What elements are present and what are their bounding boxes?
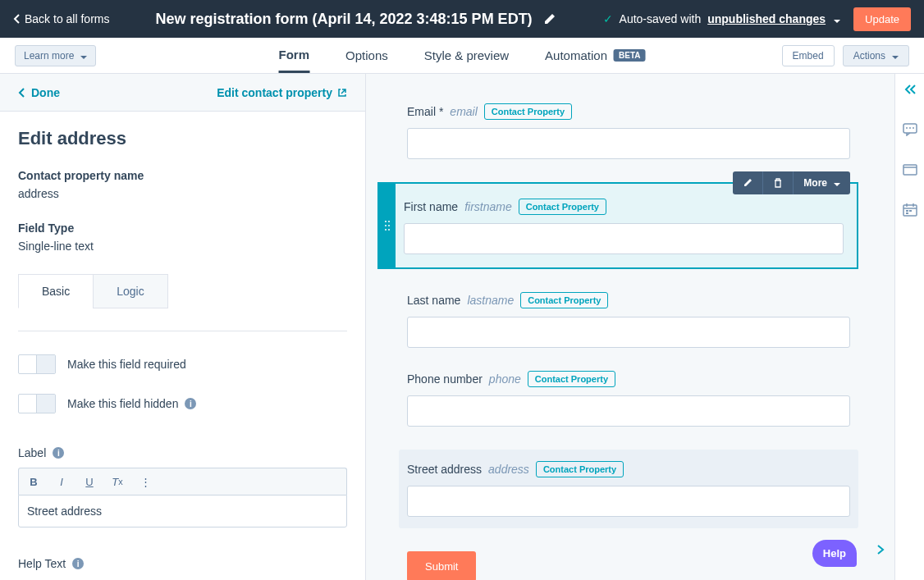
svg-point-4 [385,229,387,231]
edit-contact-property-link[interactable]: Edit contact property [217,86,347,99]
learn-more-button[interactable]: Learn more [15,45,96,66]
done-link[interactable]: Done [18,86,60,99]
chevron-right-icon [876,544,885,555]
caret-down-icon [79,50,87,62]
field-label: Last name [407,294,460,307]
back-to-forms-link[interactable]: Back to all forms [13,12,109,25]
svg-point-9 [913,127,914,129]
insert-button[interactable]: ⋮ [139,475,152,488]
label-input[interactable] [18,495,347,527]
property-name-value: address [18,187,347,200]
form-field-address[interactable]: Street address address Contact Property [399,450,858,528]
field-internal-name: lastname [467,294,514,307]
submit-button[interactable]: Submit [407,551,476,580]
field-input[interactable] [407,395,850,427]
contact-property-badge: Contact Property [519,199,606,215]
field-input[interactable] [407,317,850,348]
svg-rect-17 [909,210,912,212]
field-actions-toolbar: More [733,171,850,194]
more-field-button[interactable]: More [794,171,850,194]
field-internal-name: address [488,463,529,476]
svg-point-1 [388,221,390,222]
external-link-icon [337,88,347,98]
update-button[interactable]: Update [853,7,911,31]
tab-style-preview[interactable]: Style & preview [424,38,509,73]
field-input[interactable] [407,486,850,517]
caret-down-icon [890,50,899,62]
form-field-phone[interactable]: Phone number phone Contact Property [407,371,850,427]
toggle-required-label: Make this field required [67,358,186,371]
info-icon[interactable]: i [53,447,64,459]
rte-toolbar: B I U Tx ⋮ [18,468,347,495]
field-internal-name: email [450,105,477,118]
chat-icon[interactable] [903,123,917,139]
edit-field-button[interactable] [733,171,763,194]
field-input[interactable] [404,223,844,254]
page-title: New registration form (April 14, 2022 3:… [155,11,532,28]
autosave-status[interactable]: ✓ Auto-saved with unpublished changes [603,12,841,25]
bold-button[interactable]: B [27,475,40,488]
form-field-firstname[interactable]: More First name firstname Contact Proper… [377,182,858,269]
window-icon[interactable] [903,164,917,179]
learn-more-label: Learn more [24,50,74,62]
edit-property-label: Edit contact property [217,86,332,99]
chevron-left-icon [18,88,25,98]
field-label: First name [404,200,458,213]
back-label: Back to all forms [25,12,109,25]
clear-format-button[interactable]: Tx [111,475,124,488]
contact-property-badge: Contact Property [484,103,572,120]
help-text-section-heading: Help Text i [18,557,347,570]
help-button[interactable]: Help [812,540,857,567]
beta-badge: BETA [614,49,645,62]
italic-button[interactable]: I [55,475,68,488]
pencil-icon [743,178,752,188]
field-internal-name: phone [489,372,521,386]
embed-button[interactable]: Embed [782,45,835,66]
caret-down-icon [832,12,840,25]
autosave-link: unpublished changes [707,12,826,25]
svg-point-5 [388,229,390,231]
field-label: Street address [407,463,482,476]
svg-rect-18 [906,212,908,214]
toggle-hidden[interactable] [18,394,56,413]
field-label: Phone number [407,372,483,386]
toggle-hidden-label: Make this field hidden i [67,397,196,410]
contact-property-badge: Contact Property [520,292,608,308]
field-label: Email * [407,105,443,118]
field-type-label: Field Type [18,221,347,235]
done-label: Done [31,86,60,99]
tab-logic[interactable]: Logic [93,274,167,308]
trash-icon [773,178,783,188]
form-field-lastname[interactable]: Last name lastname Contact Property [407,292,850,348]
info-icon[interactable]: i [72,558,84,569]
actions-label: Actions [853,50,885,62]
tab-basic[interactable]: Basic [18,274,93,308]
panel-title: Edit address [18,128,347,149]
delete-field-button[interactable] [763,171,794,194]
contact-property-badge: Contact Property [528,371,615,387]
check-icon: ✓ [603,12,613,25]
tab-form[interactable]: Form [279,38,310,73]
svg-point-7 [906,127,908,129]
actions-button[interactable]: Actions [843,45,909,66]
drag-handle[interactable] [379,184,396,267]
field-input[interactable] [407,128,850,159]
pencil-icon[interactable] [544,13,556,25]
chevron-left-icon [13,14,20,24]
contact-property-badge: Contact Property [536,461,624,477]
toggle-required[interactable] [18,354,56,374]
property-name-label: Contact property name [18,169,347,182]
caret-down-icon [832,177,840,189]
svg-rect-10 [903,165,917,175]
svg-point-3 [388,225,390,226]
tab-automation[interactable]: Automation BETA [545,38,645,73]
info-icon[interactable]: i [185,398,196,409]
tab-options[interactable]: Options [345,38,388,73]
underline-button[interactable]: U [83,475,96,488]
svg-point-0 [385,221,387,222]
calendar-icon[interactable] [903,203,917,220]
field-type-value: Single-line text [18,240,347,253]
form-field-email[interactable]: Email * email Contact Property [407,103,850,159]
collapse-rail-button[interactable] [903,84,917,98]
expand-arrow[interactable] [876,544,885,559]
